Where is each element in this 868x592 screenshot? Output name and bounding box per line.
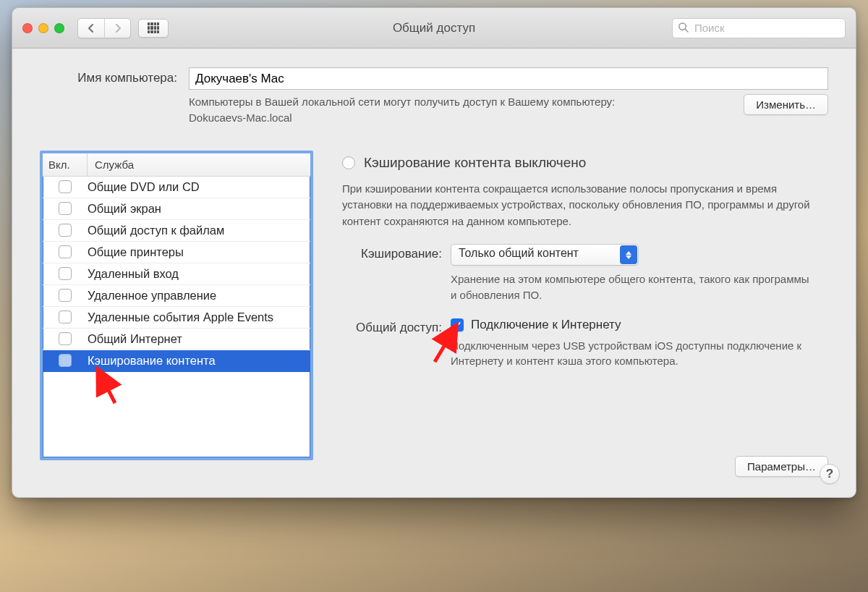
internet-sharing-label: Подключение к Интернету [471, 318, 621, 332]
caching-select-value: Только общий контент [451, 244, 639, 266]
service-enable-checkbox[interactable] [59, 267, 72, 280]
pane-body: Имя компьютера: Компьютеры в Вашей локал… [12, 48, 856, 497]
col-header-on: Вкл. [43, 153, 88, 176]
sharing-preferences-window: Общий доступ Имя компьютера: Компьютеры … [12, 7, 856, 498]
computer-name-desc: Компьютеры в Вашей локальной сети могут … [189, 94, 623, 126]
chevron-updown-icon [620, 245, 637, 264]
caching-row: Кэширование: Только общий контент Хранен… [342, 244, 828, 303]
caching-select[interactable]: Только общий контент [451, 244, 639, 266]
service-row[interactable]: Общий Интернет [43, 329, 310, 350]
zoom-icon[interactable] [54, 23, 64, 33]
service-label: Удаленный вход [88, 267, 183, 281]
service-enable-checkbox[interactable] [59, 289, 72, 302]
search-field-wrap [672, 18, 846, 38]
show-all-button[interactable] [138, 19, 169, 38]
service-enable-checkbox[interactable] [59, 180, 72, 193]
detail-pane: Кэширование контента выключено При кэшир… [342, 151, 828, 478]
services-table-header: Вкл. Служба [43, 153, 310, 177]
help-button[interactable]: ? [820, 464, 840, 484]
titlebar: Общий доступ [12, 8, 856, 48]
service-enable-checkbox[interactable] [59, 202, 72, 215]
service-row[interactable]: Общие принтеры [43, 242, 310, 263]
service-row[interactable]: Удаленные события Apple Events [43, 307, 310, 329]
service-row[interactable]: Удаленный вход [43, 263, 310, 285]
status-desc: При кэшировании контента сокращается исп… [342, 181, 828, 230]
service-enable-checkbox[interactable] [59, 224, 72, 237]
sharing-row: Общий доступ: Подключение к Интернету По… [342, 318, 828, 370]
status-radio[interactable] [342, 156, 355, 169]
service-label: Кэширование контента [88, 354, 220, 368]
window-controls [22, 23, 64, 33]
service-enable-checkbox[interactable] [59, 354, 72, 367]
status-title: Кэширование контента выключено [364, 155, 586, 171]
internet-sharing-checkbox[interactable] [451, 318, 464, 331]
options-button[interactable]: Параметры… [735, 456, 828, 477]
nav-segment [77, 18, 131, 38]
service-enable-checkbox[interactable] [59, 310, 72, 324]
col-header-svc: Служба [88, 153, 310, 176]
caching-label: Кэширование: [342, 244, 442, 261]
service-label: Удаленное управление [88, 289, 221, 303]
service-row[interactable]: Общий доступ к файлам [43, 220, 310, 242]
service-row[interactable]: Кэширование контента [43, 350, 310, 372]
service-row[interactable]: Общий экран [43, 198, 310, 220]
sharing-desc: Подключенным через USB устройствам iOS д… [451, 338, 827, 370]
close-icon[interactable] [22, 23, 33, 33]
forward-button[interactable] [104, 19, 130, 38]
service-label: Общий Интернет [88, 332, 187, 346]
service-label: Удаленные события Apple Events [88, 310, 278, 324]
service-label: Общие DVD или CD [88, 180, 204, 194]
computer-name-input[interactable] [189, 67, 828, 90]
minimize-icon[interactable] [38, 23, 48, 33]
service-label: Общий экран [88, 202, 166, 216]
service-row[interactable]: Удаленное управление [43, 285, 310, 307]
grid-icon [148, 22, 159, 34]
sharing-label: Общий доступ: [342, 318, 442, 335]
services-table[interactable]: Вкл. Служба Общие DVD или CDОбщий экранО… [40, 151, 313, 460]
search-input[interactable] [672, 18, 846, 38]
back-button[interactable] [78, 19, 104, 38]
service-enable-checkbox[interactable] [59, 332, 72, 345]
service-row[interactable]: Общие DVD или CD [43, 177, 310, 198]
edit-button[interactable]: Изменить… [744, 94, 828, 115]
service-label: Общие принтеры [88, 245, 188, 259]
service-label: Общий доступ к файлам [88, 224, 229, 237]
service-enable-checkbox[interactable] [59, 245, 72, 258]
computer-name-label: Имя компьютера: [40, 67, 177, 85]
caching-desc: Хранение на этом компьютере общего конте… [451, 271, 812, 303]
